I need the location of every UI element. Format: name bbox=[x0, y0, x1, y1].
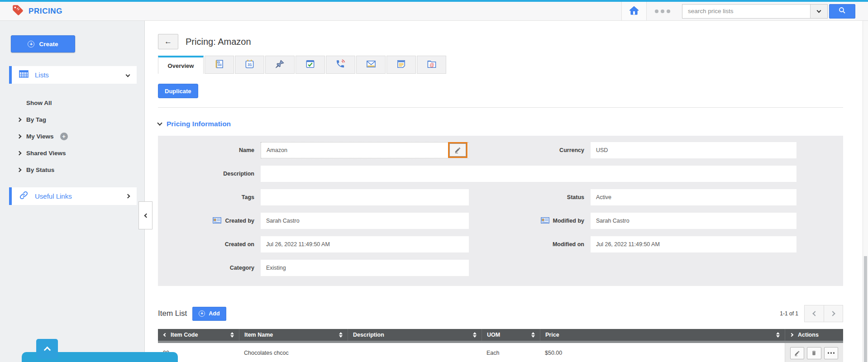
page-scrollbar[interactable] bbox=[863, 21, 868, 362]
chevron-right-icon bbox=[17, 151, 22, 156]
dot-icon bbox=[667, 10, 670, 13]
sidebar-item-by-tag[interactable]: By Tag bbox=[0, 111, 144, 128]
sidebar-item-my-views[interactable]: My Views + bbox=[0, 128, 144, 145]
created-by-field[interactable]: Sarah Castro bbox=[261, 213, 469, 229]
next-page-button[interactable] bbox=[824, 305, 843, 322]
chevron-down-icon bbox=[817, 8, 821, 13]
sidebar-collapse-handle[interactable] bbox=[138, 201, 153, 229]
chevron-left-icon bbox=[812, 311, 817, 316]
modified-on-value: Jul 26, 2022 11:49:50 AM bbox=[596, 241, 660, 248]
status-field[interactable]: Active bbox=[591, 189, 796, 205]
created-by-value: Sarah Castro bbox=[266, 218, 300, 224]
cell-price: $50.00 bbox=[540, 343, 785, 362]
topbar: PRICING bbox=[0, 2, 868, 21]
chevron-down-icon bbox=[157, 120, 162, 125]
column-header-item-name[interactable]: Item Name bbox=[239, 329, 348, 341]
scroll-left-icon bbox=[163, 333, 167, 337]
column-header-price[interactable]: Price bbox=[540, 329, 785, 341]
grid-icon bbox=[19, 70, 29, 80]
calendar-icon: 31 bbox=[244, 59, 255, 71]
more-menu-button[interactable] bbox=[655, 10, 670, 13]
chevron-right-icon bbox=[17, 168, 22, 172]
previous-page-button[interactable] bbox=[805, 305, 824, 322]
item-table-header: Item Code Item Name Description UOM Pric… bbox=[158, 329, 843, 343]
tab-tasks[interactable] bbox=[296, 56, 325, 74]
tab-activities[interactable] bbox=[205, 56, 234, 74]
row-more-button[interactable] bbox=[824, 347, 838, 359]
tab-calls[interactable] bbox=[326, 56, 355, 74]
note-icon bbox=[396, 59, 406, 71]
sidebar-item-by-status[interactable]: By Status bbox=[0, 162, 144, 178]
sidebar: + Create Lists Show All By Tag My Views … bbox=[0, 21, 145, 362]
column-header-item-code[interactable]: Item Code bbox=[158, 329, 239, 341]
pricing-information-form: Name Amazon Currency USD Description Tag… bbox=[158, 136, 843, 286]
modified-by-field[interactable]: Sarah Castro bbox=[591, 213, 796, 229]
edit-row-button[interactable] bbox=[790, 347, 804, 359]
home-button[interactable] bbox=[621, 2, 647, 20]
column-header-description[interactable]: Description bbox=[348, 329, 482, 341]
add-view-icon[interactable]: + bbox=[60, 133, 68, 140]
plus-icon: + bbox=[28, 41, 34, 48]
created-on-field[interactable]: Jul 26, 2022 11:49:50 AM bbox=[261, 236, 469, 252]
tab-overview[interactable]: Overview bbox=[158, 56, 204, 74]
tab-emails[interactable] bbox=[356, 56, 386, 74]
tree-item-label: By Tag bbox=[26, 116, 46, 123]
pagination-range: 1-1 of 1 bbox=[780, 310, 798, 317]
table-row[interactable]: 99 Chocolates chcoc Each $50.00 bbox=[158, 343, 843, 362]
column-header-actions[interactable]: Actions bbox=[785, 329, 843, 341]
sort-icon bbox=[531, 332, 535, 338]
scrollbar-thumb[interactable] bbox=[864, 256, 867, 362]
task-check-icon bbox=[305, 59, 315, 71]
pushpin-icon bbox=[275, 59, 285, 71]
created-by-label: Created by bbox=[158, 213, 261, 229]
link-icon bbox=[19, 191, 29, 202]
tab-calendar[interactable]: 31 bbox=[235, 56, 264, 74]
column-header-uom[interactable]: UOM bbox=[482, 329, 540, 341]
plus-icon: + bbox=[199, 310, 205, 317]
currency-field[interactable]: USD bbox=[591, 142, 796, 158]
item-list-title: Item List bbox=[158, 309, 187, 318]
add-item-label: Add bbox=[209, 310, 219, 317]
page-title: Pricing: Amazon bbox=[186, 37, 251, 47]
currency-value: USD bbox=[596, 147, 608, 153]
pricing-information-section-toggle[interactable]: Pricing Information bbox=[158, 120, 843, 128]
search-group bbox=[682, 4, 828, 19]
name-value: Amazon bbox=[267, 147, 287, 153]
duplicate-button[interactable]: Duplicate bbox=[158, 84, 198, 98]
chevron-up-icon bbox=[43, 347, 51, 354]
window-accent-line bbox=[0, 0, 868, 2]
tab-notes[interactable] bbox=[386, 56, 416, 74]
chevron-right-icon bbox=[17, 118, 22, 122]
tab-attachments[interactable]: @ bbox=[417, 56, 446, 74]
name-label: Name bbox=[158, 142, 261, 158]
name-field[interactable]: Amazon bbox=[261, 142, 469, 158]
sidebar-item-lists[interactable]: Lists bbox=[9, 66, 137, 84]
envelope-icon bbox=[366, 59, 377, 71]
modified-by-label: Modified by bbox=[469, 213, 591, 229]
tags-field[interactable] bbox=[261, 189, 469, 205]
category-label: Category bbox=[158, 260, 261, 276]
back-button[interactable]: ← bbox=[158, 34, 178, 49]
activities-icon bbox=[214, 59, 224, 71]
svg-text:@: @ bbox=[429, 62, 434, 67]
search-scope-dropdown[interactable] bbox=[810, 5, 827, 18]
tree-item-label: My Views bbox=[26, 133, 54, 140]
sidebar-item-useful-links[interactable]: Useful Links bbox=[9, 187, 137, 205]
modified-on-field[interactable]: Jul 26, 2022 11:49:50 AM bbox=[591, 236, 796, 252]
add-item-button[interactable]: + Add bbox=[192, 307, 226, 321]
category-field[interactable]: Existing bbox=[261, 260, 469, 276]
modified-on-label: Modified on bbox=[469, 236, 591, 252]
edit-name-button[interactable] bbox=[449, 143, 466, 157]
search-input[interactable] bbox=[682, 5, 810, 18]
delete-row-button[interactable] bbox=[807, 347, 821, 359]
sidebar-item-show-all[interactable]: Show All bbox=[0, 95, 144, 111]
sidebar-item-shared-views[interactable]: Shared Views bbox=[0, 145, 144, 162]
scroll-right-icon bbox=[790, 333, 793, 337]
create-button[interactable]: + Create bbox=[11, 35, 75, 52]
ellipsis-icon bbox=[828, 352, 835, 354]
home-icon bbox=[628, 5, 640, 18]
description-field[interactable] bbox=[261, 166, 796, 182]
tab-pins[interactable] bbox=[265, 56, 295, 74]
search-button[interactable] bbox=[829, 4, 855, 19]
scroll-to-top-button[interactable] bbox=[36, 339, 58, 359]
